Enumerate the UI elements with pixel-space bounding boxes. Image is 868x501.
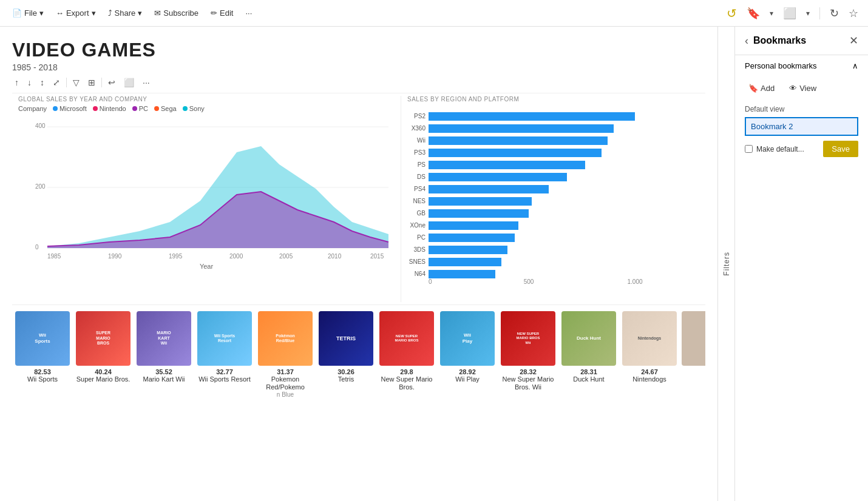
star-icon[interactable]: ☆ <box>846 4 861 22</box>
svg-text:PS4: PS4 <box>414 186 426 192</box>
sort-asc-icon[interactable]: ↑ <box>12 76 21 89</box>
svg-text:SNES: SNES <box>409 258 426 265</box>
svg-text:N64: N64 <box>415 271 426 277</box>
svg-text:Year: Year <box>200 263 214 270</box>
svg-rect-39 <box>429 258 501 266</box>
game-cover-nsmb: NEW SUPERMARIO BROS <box>379 311 434 366</box>
save-bookmark-button[interactable]: Save <box>823 141 858 157</box>
game-score-nintendogs: 24.67 <box>619 368 680 375</box>
svg-text:X360: X360 <box>412 125 426 132</box>
game-item-wii-play[interactable]: WiiPlay 28.92 Wii Play <box>437 311 498 408</box>
game-item-partial[interactable] <box>680 311 705 408</box>
charts-row: GLOBAL SALES BY YEAR AND COMPANY Company… <box>12 96 705 302</box>
game-item-nintendogs[interactable]: Nintendogs 24.67 Nintendogs <box>619 311 680 408</box>
more-chart-icon[interactable]: ··· <box>140 76 152 89</box>
svg-text:1995: 1995 <box>169 253 183 260</box>
legend-sega: Sega <box>154 105 177 112</box>
more-menu[interactable]: ··· <box>240 6 257 20</box>
bookmarks-collapse-icon: ∧ <box>852 61 858 70</box>
undo-chart-icon[interactable]: ↩ <box>106 76 118 89</box>
bookmark-icon[interactable]: 🔖 <box>744 4 762 22</box>
expand-icon[interactable]: ⤢ <box>50 76 63 89</box>
ct-sep1 <box>66 78 67 87</box>
edit-menu[interactable]: ✏ Edit <box>206 6 238 20</box>
file-menu[interactable]: 📄 File ▾ <box>7 6 49 20</box>
game-item-super-mario[interactable]: SUPERMARIOBROS 40.24 Super Mario Bros. <box>73 311 134 408</box>
toolbar-separator <box>819 7 820 19</box>
bookmark-name-input[interactable] <box>745 117 858 136</box>
legend-company-label: Company <box>18 105 47 112</box>
bookmarks-section-label: Personal bookmarks <box>745 61 817 70</box>
make-default-checkbox[interactable] <box>745 145 753 153</box>
svg-text:200: 200 <box>35 183 46 190</box>
game-item-nsmb-wii[interactable]: NEW SUPERMARIO BROSWii 28.32 New Super M… <box>498 311 558 408</box>
game-title-nsmb-wii: New Super Mario Bros. Wii <box>498 375 558 391</box>
svg-text:Wii: Wii <box>417 137 426 144</box>
game-score-wii-resort: 32.77 <box>194 368 255 375</box>
svg-text:PS3: PS3 <box>414 149 426 156</box>
legend-sony-dot <box>183 106 188 111</box>
game-item-pokemon[interactable]: PokémonRed/Blue 31.37 Pokemon Red/Pokemo… <box>255 311 316 408</box>
bookmarks-section-header[interactable]: Personal bookmarks ∧ <box>735 55 868 76</box>
export-menu[interactable]: ↔ Export ▾ <box>51 6 101 20</box>
svg-rect-15 <box>429 112 635 121</box>
area-chart-label: GLOBAL SALES BY YEAR AND COMPANY <box>18 96 395 103</box>
svg-rect-41 <box>429 270 495 278</box>
filters-tab-label: Filters <box>722 252 731 276</box>
subscribe-menu[interactable]: ✉ Subscribe <box>149 6 203 20</box>
layout-icon[interactable]: ⬜ <box>781 4 799 22</box>
game-score-tetris: 30.26 <box>316 368 376 375</box>
subscribe-icon: ✉ <box>154 8 161 18</box>
bookmarks-close-button[interactable]: ✕ <box>849 34 858 47</box>
make-default-text: Make default... <box>756 145 804 153</box>
bar-chart-svg: PS2 X360 Wii PS3 PS <box>407 105 711 284</box>
svg-text:PS2: PS2 <box>414 113 426 119</box>
game-cover-super-mario: SUPERMARIOBROS <box>76 311 131 366</box>
game-item-wii-resort[interactable]: Wii SportsResort 32.77 Wii Sports Resort <box>194 311 255 408</box>
refresh-icon[interactable]: ↻ <box>827 4 841 22</box>
svg-text:PC: PC <box>417 234 426 241</box>
layout-chevron[interactable]: ▾ <box>804 7 812 20</box>
default-view-label: Default view <box>745 105 858 113</box>
svg-rect-37 <box>429 246 507 254</box>
frame-icon[interactable]: ⬜ <box>121 76 137 89</box>
game-item-duck-hunt[interactable]: Duck Hunt 28.31 Duck Hunt <box>558 311 619 408</box>
game-score-nsmb: 29.8 <box>376 368 437 375</box>
game-title-wii-sports: Wii Sports <box>12 375 73 383</box>
game-cover-wii-resort: Wii SportsResort <box>197 311 252 366</box>
highlight-icon[interactable]: ⊞ <box>86 76 98 89</box>
subscribe-label: Subscribe <box>163 8 198 18</box>
legend-microsoft-label: Microsoft <box>59 105 87 112</box>
make-default-label[interactable]: Make default... <box>745 145 804 153</box>
sort-both-icon[interactable]: ↕ <box>38 76 47 89</box>
game-title-super-mario: Super Mario Bros. <box>73 375 134 383</box>
game-item-mario-kart[interactable]: MARIOKARTWii 35.52 Mario Kart Wii <box>134 311 194 408</box>
svg-text:1,000: 1,000 <box>627 278 642 284</box>
edit-icon: ✏ <box>211 8 217 18</box>
add-bookmark-button[interactable]: 🔖 Add <box>745 81 778 95</box>
bookmarks-back-button[interactable]: ‹ <box>745 35 748 47</box>
svg-text:NES: NES <box>413 198 426 204</box>
bookmarks-title: Bookmarks <box>753 35 849 46</box>
bar-chart-container: SALES BY REGION AND PLATFORM PS2 X360 Wi… <box>401 96 711 302</box>
file-icon: 📄 <box>12 8 22 18</box>
game-item-tetris[interactable]: TETRIS 30.26 Tetris <box>316 311 376 408</box>
svg-text:2005: 2005 <box>279 253 293 260</box>
game-item-wii-sports[interactable]: WiiSports 82.53 Wii Sports <box>12 311 73 408</box>
filters-tab[interactable]: Filters <box>717 27 734 501</box>
game-cover-nsmb-wii: NEW SUPERMARIO BROSWii <box>501 311 555 366</box>
game-title-nsmb: New Super Mario Bros. <box>376 375 437 391</box>
sort-desc-icon[interactable]: ↓ <box>25 76 34 89</box>
undo-icon[interactable]: ↺ <box>724 4 739 23</box>
share-chevron: ▾ <box>138 8 142 18</box>
default-view-section: Default view Make default... Save <box>735 100 868 162</box>
filter-icon[interactable]: ▽ <box>70 76 82 89</box>
share-menu[interactable]: ⤴ Share ▾ <box>103 6 147 20</box>
game-platform-pokemon: n Blue <box>255 391 316 398</box>
bookmark-chevron[interactable]: ▾ <box>767 7 776 20</box>
main-layout: VIDEO GAMES 1985 - 2018 ↑ ↓ ↕ ⤢ ▽ ⊞ ↩ ⬜ … <box>0 27 868 501</box>
game-title-duck-hunt: Duck Hunt <box>558 375 619 383</box>
game-item-nsmb[interactable]: NEW SUPERMARIO BROS 29.8 New Super Mario… <box>376 311 437 408</box>
game-cover-wii-play: WiiPlay <box>440 311 495 366</box>
view-bookmark-button[interactable]: 👁 View <box>785 81 820 95</box>
